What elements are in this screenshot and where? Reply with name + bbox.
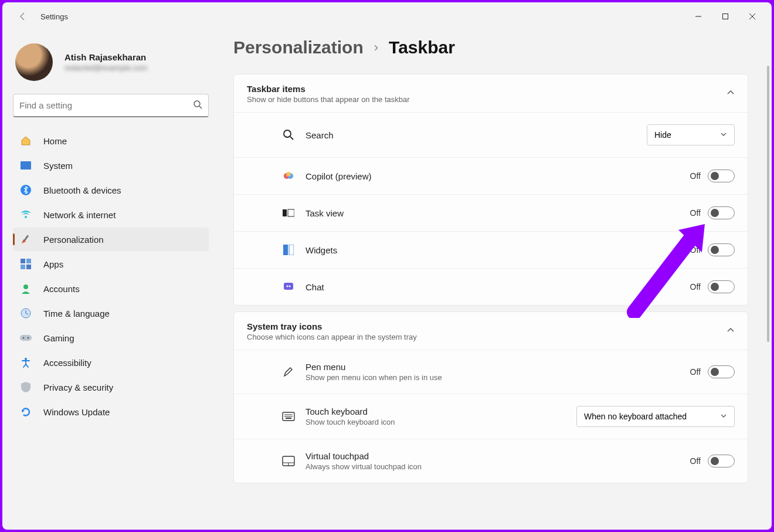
svg-point-4	[194, 101, 200, 107]
taskbar-items-header[interactable]: Taskbar items Show or hide buttons that …	[234, 74, 748, 112]
svg-rect-31	[284, 283, 293, 290]
search-icon	[193, 100, 202, 111]
svg-rect-13	[26, 265, 31, 269]
virtual-touchpad-toggle[interactable]	[708, 455, 735, 467]
sidebar-item-network[interactable]: Network & internet	[13, 203, 209, 226]
row-label: Virtual touchpad	[305, 451, 680, 461]
search-input[interactable]	[19, 100, 193, 110]
section-title: Taskbar items	[247, 84, 410, 94]
taskbar-items-card: Taskbar items Show or hide buttons that …	[233, 74, 748, 306]
profile-name: Atish Rajasekharan	[64, 52, 147, 62]
svg-rect-1	[723, 14, 728, 19]
row-label: Chat	[305, 282, 680, 292]
sidebar-item-system[interactable]: System	[13, 154, 209, 177]
sidebar-item-label: Home	[43, 136, 67, 146]
pen-menu-row: Pen menu Show pen menu icon when pen is …	[234, 350, 748, 394]
minimize-button[interactable]	[685, 7, 712, 26]
keyboard-icon	[282, 410, 295, 423]
svg-rect-6	[21, 161, 31, 170]
row-sublabel: Show touch keyboard icon	[305, 418, 566, 426]
person-icon	[20, 283, 32, 294]
toggle-state: Off	[690, 456, 701, 466]
copilot-icon	[282, 170, 295, 182]
chevron-up-icon	[727, 89, 735, 99]
sidebar: Atish Rajasekharan redacted@example.com …	[2, 31, 219, 530]
chat-toggle[interactable]	[708, 280, 735, 293]
sidebar-item-gaming[interactable]: Gaming	[13, 326, 209, 350]
sidebar-item-label: Gaming	[43, 333, 74, 343]
sidebar-item-privacy[interactable]: Privacy & security	[13, 375, 209, 399]
svg-point-19	[23, 337, 25, 339]
svg-point-14	[23, 284, 28, 289]
sidebar-item-accounts[interactable]: Accounts	[13, 277, 209, 300]
avatar	[15, 43, 53, 81]
touch-keyboard-row: Touch keyboard Show touch keyboard icon …	[234, 394, 748, 439]
taskview-row: Task view Off	[234, 194, 748, 231]
touch-keyboard-select[interactable]: When no keyboard attached	[576, 406, 735, 427]
pen-icon	[282, 365, 295, 378]
widgets-icon	[282, 243, 295, 256]
svg-line-23	[290, 137, 293, 140]
sidebar-item-apps[interactable]: Apps	[13, 252, 209, 276]
sidebar-item-label: System	[43, 161, 73, 171]
apps-icon	[20, 258, 32, 270]
chevron-up-icon	[727, 326, 735, 337]
sidebar-item-bluetooth[interactable]: Bluetooth & devices	[13, 178, 209, 202]
row-label: Touch keyboard	[305, 406, 566, 416]
window-controls	[685, 7, 766, 26]
back-button[interactable]	[17, 11, 29, 22]
chat-row: Chat Off	[234, 268, 748, 305]
chevron-right-icon: ›	[374, 40, 378, 55]
taskview-toggle[interactable]	[708, 206, 735, 219]
search-box[interactable]	[13, 94, 209, 117]
sidebar-item-home[interactable]: Home	[13, 129, 209, 153]
copilot-toggle[interactable]	[708, 170, 735, 182]
gamepad-icon	[20, 332, 32, 344]
sidebar-item-time-language[interactable]: Time & language	[13, 301, 209, 325]
sidebar-item-label: Accessibility	[43, 358, 91, 368]
shield-icon	[20, 381, 32, 393]
taskview-icon	[282, 206, 295, 219]
system-tray-card: System tray icons Choose which icons can…	[233, 311, 748, 483]
svg-rect-11	[26, 259, 31, 263]
row-label: Copilot (preview)	[305, 171, 680, 181]
sidebar-item-windows-update[interactable]: Windows Update	[13, 400, 209, 423]
widgets-toggle[interactable]	[708, 243, 735, 256]
system-tray-header[interactable]: System tray icons Choose which icons can…	[234, 312, 748, 350]
sidebar-item-label: Windows Update	[43, 407, 110, 417]
virtual-touchpad-row: Virtual touchpad Always show virtual tou…	[234, 439, 748, 483]
scrollbar[interactable]	[767, 66, 769, 526]
widgets-row: Widgets Off	[234, 231, 748, 268]
sidebar-item-label: Time & language	[43, 309, 110, 318]
chevron-down-icon	[720, 130, 727, 140]
toggle-state: Off	[690, 171, 701, 181]
sidebar-item-label: Privacy & security	[43, 382, 113, 392]
svg-point-26	[286, 172, 291, 177]
svg-point-20	[28, 337, 29, 339]
svg-point-21	[25, 358, 27, 360]
sidebar-item-personalization[interactable]: Personalization	[13, 228, 209, 251]
pen-toggle[interactable]	[708, 365, 735, 378]
nav-list: Home System Bluetooth & devices Network …	[13, 129, 209, 423]
profile-block[interactable]: Atish Rajasekharan redacted@example.com	[13, 39, 209, 90]
search-mode-select[interactable]: Hide	[647, 124, 735, 145]
wifi-icon	[20, 209, 32, 221]
copilot-row: Copilot (preview) Off	[234, 157, 748, 194]
svg-point-33	[289, 286, 291, 287]
paintbrush-icon	[20, 233, 32, 245]
close-button[interactable]	[739, 7, 766, 26]
accessibility-icon	[20, 357, 32, 368]
section-subtitle: Choose which icons can appear in the sys…	[247, 333, 417, 341]
toggle-state: Off	[690, 245, 701, 255]
svg-rect-10	[21, 259, 25, 263]
sidebar-item-accessibility[interactable]: Accessibility	[13, 351, 209, 374]
select-value: When no keyboard attached	[584, 412, 687, 421]
svg-point-32	[287, 286, 288, 287]
page-title: Taskbar	[389, 38, 455, 57]
profile-email: redacted@example.com	[64, 63, 147, 72]
svg-rect-18	[20, 335, 32, 341]
maximize-button[interactable]	[712, 7, 739, 26]
section-title: System tray icons	[247, 321, 417, 331]
breadcrumb-parent[interactable]: Personalization	[233, 38, 364, 57]
row-label: Task view	[305, 208, 680, 218]
